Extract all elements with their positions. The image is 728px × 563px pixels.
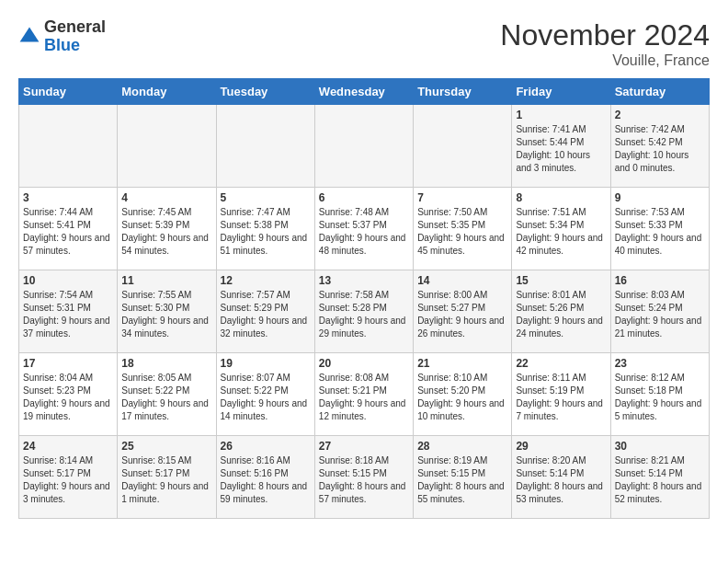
calendar-cell: 6Sunrise: 7:48 AM Sunset: 5:37 PM Daylig…	[314, 188, 413, 270]
day-info: Sunrise: 7:58 AM Sunset: 5:28 PM Dayligh…	[319, 289, 409, 340]
day-number: 11	[121, 274, 211, 287]
calendar-cell: 3Sunrise: 7:44 AM Sunset: 5:41 PM Daylig…	[19, 188, 118, 270]
day-number: 29	[516, 440, 606, 453]
calendar-week-row: 3Sunrise: 7:44 AM Sunset: 5:41 PM Daylig…	[19, 188, 710, 270]
calendar-cell: 2Sunrise: 7:42 AM Sunset: 5:42 PM Daylig…	[610, 105, 709, 188]
day-info: Sunrise: 8:18 AM Sunset: 5:15 PM Dayligh…	[319, 454, 409, 506]
day-number: 27	[319, 440, 409, 453]
weekday-header-tuesday: Tuesday	[216, 79, 314, 105]
day-info: Sunrise: 7:55 AM Sunset: 5:30 PM Dayligh…	[121, 289, 211, 340]
calendar-cell	[314, 105, 413, 188]
calendar-week-row: 17Sunrise: 8:04 AM Sunset: 5:23 PM Dayli…	[19, 353, 710, 436]
calendar-cell: 1Sunrise: 7:41 AM Sunset: 5:44 PM Daylig…	[512, 105, 610, 188]
calendar-cell: 16Sunrise: 8:03 AM Sunset: 5:24 PM Dayli…	[610, 270, 709, 353]
calendar-cell	[216, 105, 314, 188]
day-number: 8	[516, 191, 606, 204]
day-info: Sunrise: 8:14 AM Sunset: 5:17 PM Dayligh…	[23, 454, 113, 506]
calendar-cell: 28Sunrise: 8:19 AM Sunset: 5:15 PM Dayli…	[414, 436, 512, 519]
calendar-cell	[19, 105, 118, 188]
weekday-header-sunday: Sunday	[19, 79, 118, 105]
day-number: 7	[417, 191, 507, 204]
day-number: 20	[319, 357, 409, 370]
day-number: 21	[417, 357, 507, 370]
calendar-cell	[118, 105, 216, 188]
day-info: Sunrise: 7:48 AM Sunset: 5:37 PM Dayligh…	[319, 206, 409, 258]
day-info: Sunrise: 7:54 AM Sunset: 5:31 PM Dayligh…	[23, 289, 113, 340]
day-info: Sunrise: 7:41 AM Sunset: 5:44 PM Dayligh…	[516, 123, 606, 175]
calendar-week-row: 1Sunrise: 7:41 AM Sunset: 5:44 PM Daylig…	[19, 105, 710, 188]
day-info: Sunrise: 8:12 AM Sunset: 5:18 PM Dayligh…	[615, 372, 705, 423]
calendar-cell: 15Sunrise: 8:01 AM Sunset: 5:26 PM Dayli…	[512, 270, 610, 353]
day-number: 16	[615, 274, 705, 287]
day-number: 22	[516, 357, 606, 370]
day-number: 14	[417, 274, 507, 287]
day-info: Sunrise: 7:47 AM Sunset: 5:38 PM Dayligh…	[221, 206, 311, 258]
day-number: 17	[23, 357, 113, 370]
day-info: Sunrise: 8:21 AM Sunset: 5:14 PM Dayligh…	[615, 454, 705, 506]
day-number: 15	[516, 274, 606, 287]
day-info: Sunrise: 8:04 AM Sunset: 5:23 PM Dayligh…	[23, 372, 113, 423]
calendar-cell: 5Sunrise: 7:47 AM Sunset: 5:38 PM Daylig…	[216, 188, 314, 270]
logo-blue: Blue	[44, 37, 106, 55]
calendar-cell: 13Sunrise: 7:58 AM Sunset: 5:28 PM Dayli…	[314, 270, 413, 353]
calendar-cell: 11Sunrise: 7:55 AM Sunset: 5:30 PM Dayli…	[118, 270, 216, 353]
calendar-cell: 26Sunrise: 8:16 AM Sunset: 5:16 PM Dayli…	[216, 436, 314, 519]
calendar-header-row: SundayMondayTuesdayWednesdayThursdayFrid…	[19, 79, 710, 105]
calendar-cell: 9Sunrise: 7:53 AM Sunset: 5:33 PM Daylig…	[610, 188, 709, 270]
day-info: Sunrise: 8:07 AM Sunset: 5:22 PM Dayligh…	[221, 372, 311, 423]
calendar-cell: 30Sunrise: 8:21 AM Sunset: 5:14 PM Dayli…	[610, 436, 709, 519]
calendar-cell: 25Sunrise: 8:15 AM Sunset: 5:17 PM Dayli…	[118, 436, 216, 519]
day-info: Sunrise: 8:08 AM Sunset: 5:21 PM Dayligh…	[319, 372, 409, 423]
calendar-cell: 7Sunrise: 7:50 AM Sunset: 5:35 PM Daylig…	[414, 188, 512, 270]
day-number: 4	[121, 191, 211, 204]
calendar-cell	[414, 105, 512, 188]
calendar-cell: 27Sunrise: 8:18 AM Sunset: 5:15 PM Dayli…	[314, 436, 413, 519]
logo-general: General	[44, 18, 106, 37]
day-info: Sunrise: 8:10 AM Sunset: 5:20 PM Dayligh…	[417, 372, 507, 423]
weekday-header-saturday: Saturday	[610, 79, 709, 105]
calendar-cell: 22Sunrise: 8:11 AM Sunset: 5:19 PM Dayli…	[512, 353, 610, 436]
day-number: 10	[23, 274, 113, 287]
weekday-header-friday: Friday	[512, 79, 610, 105]
calendar-cell: 17Sunrise: 8:04 AM Sunset: 5:23 PM Dayli…	[19, 353, 118, 436]
day-number: 5	[221, 191, 311, 204]
calendar-cell: 23Sunrise: 8:12 AM Sunset: 5:18 PM Dayli…	[610, 353, 709, 436]
day-info: Sunrise: 7:45 AM Sunset: 5:39 PM Dayligh…	[121, 206, 211, 258]
calendar-cell: 10Sunrise: 7:54 AM Sunset: 5:31 PM Dayli…	[19, 270, 118, 353]
day-info: Sunrise: 8:19 AM Sunset: 5:15 PM Dayligh…	[417, 454, 507, 506]
day-number: 3	[23, 191, 113, 204]
day-info: Sunrise: 8:16 AM Sunset: 5:16 PM Dayligh…	[221, 454, 311, 506]
day-info: Sunrise: 8:11 AM Sunset: 5:19 PM Dayligh…	[516, 372, 606, 423]
weekday-header-wednesday: Wednesday	[314, 79, 413, 105]
day-number: 18	[121, 357, 211, 370]
day-info: Sunrise: 7:44 AM Sunset: 5:41 PM Dayligh…	[23, 206, 113, 258]
page-header: General Blue November 2024 Vouille, Fran…	[18, 18, 710, 69]
day-info: Sunrise: 8:20 AM Sunset: 5:14 PM Dayligh…	[516, 454, 606, 506]
calendar-cell: 29Sunrise: 8:20 AM Sunset: 5:14 PM Dayli…	[512, 436, 610, 519]
calendar-cell: 19Sunrise: 8:07 AM Sunset: 5:22 PM Dayli…	[216, 353, 314, 436]
logo: General Blue	[18, 18, 106, 55]
day-number: 24	[23, 440, 113, 453]
logo-text: General Blue	[44, 18, 106, 55]
calendar-week-row: 10Sunrise: 7:54 AM Sunset: 5:31 PM Dayli…	[19, 270, 710, 353]
day-info: Sunrise: 8:00 AM Sunset: 5:27 PM Dayligh…	[417, 289, 507, 340]
day-info: Sunrise: 7:50 AM Sunset: 5:35 PM Dayligh…	[417, 206, 507, 258]
calendar-cell: 14Sunrise: 8:00 AM Sunset: 5:27 PM Dayli…	[414, 270, 512, 353]
day-number: 12	[221, 274, 311, 287]
svg-marker-0	[20, 27, 40, 41]
day-number: 6	[319, 191, 409, 204]
day-number: 25	[121, 440, 211, 453]
calendar-week-row: 24Sunrise: 8:14 AM Sunset: 5:17 PM Dayli…	[19, 436, 710, 519]
day-number: 23	[615, 357, 705, 370]
day-info: Sunrise: 7:42 AM Sunset: 5:42 PM Dayligh…	[615, 123, 705, 175]
day-info: Sunrise: 7:53 AM Sunset: 5:33 PM Dayligh…	[615, 206, 705, 258]
page-subtitle: Vouille, France	[500, 52, 710, 69]
calendar-cell: 18Sunrise: 8:05 AM Sunset: 5:22 PM Dayli…	[118, 353, 216, 436]
logo-icon	[18, 26, 40, 48]
day-info: Sunrise: 7:57 AM Sunset: 5:29 PM Dayligh…	[221, 289, 311, 340]
day-number: 26	[221, 440, 311, 453]
day-info: Sunrise: 8:01 AM Sunset: 5:26 PM Dayligh…	[516, 289, 606, 340]
day-info: Sunrise: 8:15 AM Sunset: 5:17 PM Dayligh…	[121, 454, 211, 506]
page-title: November 2024	[500, 18, 710, 52]
day-info: Sunrise: 8:05 AM Sunset: 5:22 PM Dayligh…	[121, 372, 211, 423]
